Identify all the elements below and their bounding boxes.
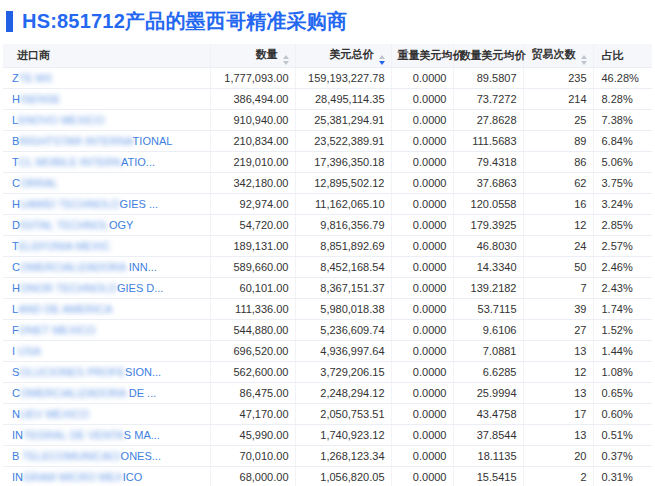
importer-name-cell: SOLUCIONES PROFESION... [3,362,210,383]
importer-name-redacted: TELECOMUNICACI [19,450,120,462]
importer-name-cell: I USA [3,341,210,362]
importer-name-cell: B TELECOMUNICACIONES... [3,446,210,467]
importer-link[interactable]: BRIGHTSTAR INTERNATIONAL [12,135,172,147]
table-row: HUAWEI TECHNOLOGIES ... 92,974.00 11,162… [3,194,652,215]
weight-avg-price-cell: 0.0000 [391,446,453,467]
share-cell: 0.60% [593,404,652,425]
importer-name-visible-suffix: TIONAL [133,135,173,147]
importer-link[interactable]: NUEV MEXICO [12,408,89,420]
importer-name-cell: TELEFONIA MEXIC [3,236,210,257]
usd-total-cell: 12,895,502.12 [295,173,391,194]
sort-icon-usd-total[interactable] [379,55,385,65]
weight-avg-price-cell: 0.0000 [391,236,453,257]
quantity-cell: 70,010.00 [210,446,295,467]
importer-link[interactable]: SOLUCIONES PROFESION... [12,366,161,378]
importer-name-cell: LENOVO MEXICO [3,110,210,131]
qty-avg-price-cell: 73.7272 [453,89,523,110]
importer-link[interactable]: I USA [12,345,41,357]
qty-avg-price-cell: 79.4318 [453,152,523,173]
sort-icon-quantity[interactable] [283,55,289,65]
importer-name-visible-prefix: C [12,261,20,273]
trade-count-cell: 235 [523,68,593,89]
weight-avg-price-cell: 0.0000 [391,173,453,194]
importer-link[interactable]: HISENSE [12,93,60,105]
page-title-row: HS:851712产品的墨西哥精准采购商 [0,0,655,42]
col-header-share-label: 占比 [602,49,624,61]
col-header-importer-label: 进口商 [17,49,50,61]
importer-name-redacted: USA [15,345,41,357]
qty-avg-price-cell: 27.8628 [453,110,523,131]
qty-avg-price-cell: 9.6106 [453,320,523,341]
quantity-cell: 111,336.00 [210,299,295,320]
importer-name-cell: COMERCIALIZADORA INN... [3,257,210,278]
share-cell: 3.24% [593,194,652,215]
importer-link[interactable]: HUAWEI TECHNOLOGIES ... [12,198,158,210]
importer-link[interactable]: FONET MEXICO [12,324,96,336]
qty-avg-price-cell: 25.9994 [453,383,523,404]
importer-name-visible-prefix: N [12,408,20,420]
importer-link[interactable]: ZTE MX [12,72,52,84]
importer-name-cell: HISENSE [3,89,210,110]
usd-total-cell: 1,740,923.12 [295,425,391,446]
trade-count-cell: 24 [523,236,593,257]
importer-name-visible-prefix: D [12,219,20,231]
weight-avg-price-cell: 0.0000 [391,68,453,89]
importer-link[interactable]: COMERCIALIZADORA DE ... [12,387,156,399]
title-accent-bar [6,11,13,32]
sort-icon-trade-count[interactable] [581,55,587,65]
qty-avg-price-cell: 37.6863 [453,173,523,194]
importer-link[interactable]: INTEGRAL DE VENTAS MA... [12,429,160,441]
qty-avg-price-cell: 53.7115 [453,299,523,320]
importer-link[interactable]: TCL MOBILE INTERNATIO... [12,156,155,168]
trade-count-cell: 17 [523,404,593,425]
trade-count-cell: 39 [523,299,593,320]
trade-count-cell: 16 [523,194,593,215]
trade-count-cell: 25 [523,110,593,131]
importer-name-visible-prefix: C [12,387,20,399]
importer-name-visible-prefix: F [12,324,19,336]
trade-count-cell: 50 [523,257,593,278]
usd-total-cell: 5,980,018.38 [295,299,391,320]
table-row: TCL MOBILE INTERNATIO... 219,010.00 17,3… [3,152,652,173]
importer-link[interactable]: B TELECOMUNICACIONES... [12,450,161,462]
qty-avg-price-cell: 179.3925 [453,215,523,236]
col-header-quantity[interactable]: 数量 [210,44,295,68]
weight-avg-price-cell: 0.0000 [391,341,453,362]
table-row: TELEFONIA MEXIC 189,131.00 8,851,892.69 … [3,236,652,257]
importer-name-visible-prefix: H [12,93,20,105]
quantity-cell: 189,131.00 [210,236,295,257]
importer-link[interactable]: COMERCIALIZADORA INN... [12,261,157,273]
importer-link[interactable]: HONOR TECHNOLOGIES D... [12,282,163,294]
usd-total-cell: 2,248,294.12 [295,383,391,404]
importer-name-cell: LAND DE AMERICA [3,299,210,320]
trade-count-cell: 12 [523,215,593,236]
quantity-cell: 60,101.00 [210,278,295,299]
col-header-usd-total[interactable]: 美元总价 [295,44,391,68]
importer-link[interactable]: LENOVO MEXICO [12,114,104,126]
table-row: COMERCIALIZADORA DE ... 86,475.00 2,248,… [3,383,652,404]
importer-link[interactable]: TELEFONIA MEXIC [12,240,110,252]
importer-link[interactable]: LAND DE AMERICA [12,303,112,315]
trade-count-cell: 7 [523,278,593,299]
share-cell: 0.37% [593,446,652,467]
col-header-weight-avg-price: 重量美元均价 [391,44,453,68]
importer-name-visible-suffix: INN... [126,261,157,273]
quantity-cell: 68,000.00 [210,467,295,486]
importer-link[interactable]: DIGITAL TECHNOLOGY [12,219,133,231]
importer-link[interactable]: INGRAM MICRO MEXICO [12,471,142,483]
quantity-cell: 86,475.00 [210,383,295,404]
quantity-cell: 1,777,093.00 [210,68,295,89]
importer-name-redacted: OMERCIALIZADORA [20,387,126,399]
col-header-trade-count[interactable]: 贸易次数 [523,44,593,68]
importer-name-redacted: TE MX [19,72,53,84]
col-header-quantity-label: 数量 [256,48,278,60]
qty-avg-price-cell: 37.8544 [453,425,523,446]
table-row: LAND DE AMERICA 111,336.00 5,980,018.38 … [3,299,652,320]
qty-avg-price-cell: 139.2182 [453,278,523,299]
share-cell: 0.31% [593,467,652,486]
importer-name-visible-suffix: DE ... [126,387,157,399]
importer-link[interactable]: CORRAL [12,177,58,189]
weight-avg-price-cell: 0.0000 [391,404,453,425]
importer-name-redacted: GRAM MICRO MEX [23,471,123,483]
col-header-share: 占比 [593,44,652,68]
